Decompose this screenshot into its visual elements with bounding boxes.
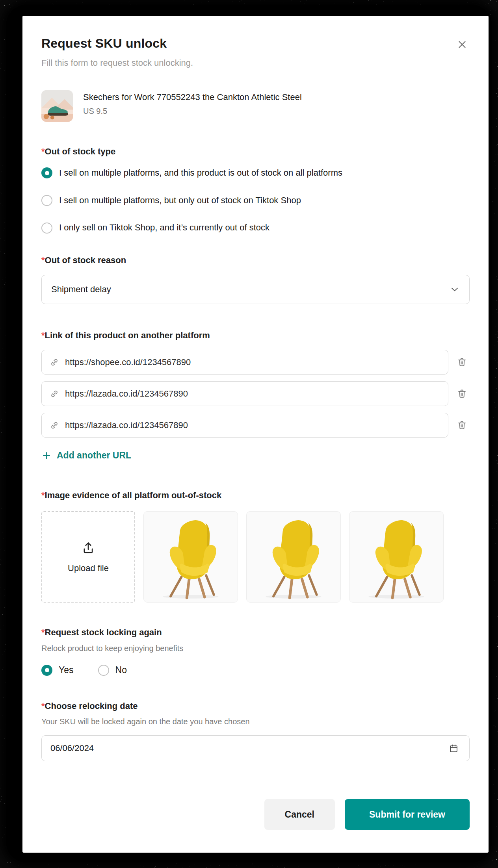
request-sku-unlock-dialog: Request SKU unlock Fill this form to req… [22, 16, 489, 853]
product-links-label: *Link of this product on another platfor… [41, 330, 470, 341]
oos-type-option-only-sell-tiktok[interactable]: I only sell on Tiktok Shop, and it’s cur… [41, 222, 470, 234]
product-variant: US 9.5 [83, 107, 302, 116]
evidence-image-3[interactable] [349, 511, 444, 603]
link-icon [50, 421, 59, 430]
upload-file-label: Upload file [68, 563, 109, 573]
radio-icon[interactable] [41, 167, 52, 178]
radio-icon[interactable] [41, 223, 52, 234]
evidence-tiles: Upload file [41, 511, 470, 603]
relock-option-yes[interactable]: Yes [41, 664, 74, 676]
out-of-stock-reason-label: *Out of stock reason [41, 255, 470, 266]
oos-type-option-only-tiktok[interactable]: I sell on multiple platforms, but only o… [41, 195, 470, 206]
dialog-subtitle: Fill this form to request stock unlockin… [41, 57, 470, 69]
plus-icon [41, 451, 52, 461]
add-another-url-button[interactable]: Add another URL [41, 450, 131, 461]
trash-icon[interactable] [454, 417, 470, 433]
selected-reason-value: Shipment delay [51, 284, 111, 295]
url-input-wrapper [41, 350, 448, 375]
trash-icon[interactable] [454, 386, 470, 401]
url-input-wrapper [41, 381, 448, 406]
product-summary: Skechers for Work 770552243 the Cankton … [41, 90, 470, 122]
submit-for-review-button[interactable]: Submit for review [345, 799, 470, 830]
relock-date-label: *Choose relocking date [41, 701, 470, 712]
out-of-stock-type-group: I sell on multiple platforms, and this p… [41, 167, 470, 234]
dialog-actions: Cancel Submit for review [41, 799, 470, 830]
upload-icon [81, 540, 96, 555]
radio-icon[interactable] [41, 195, 52, 206]
relock-date-input-wrapper [41, 735, 470, 761]
relock-option-no[interactable]: No [98, 664, 127, 676]
product-name: Skechers for Work 770552243 the Cankton … [83, 92, 302, 103]
close-icon[interactable] [455, 37, 470, 52]
relock-label: *Request stock locking again [41, 627, 470, 638]
trash-icon[interactable] [454, 354, 470, 370]
screenshot-stage: Request SKU unlock Fill this form to req… [0, 0, 498, 868]
url-row [41, 381, 470, 406]
upload-file-dropzone[interactable]: Upload file [41, 511, 135, 603]
relock-date-input[interactable] [50, 743, 447, 753]
cancel-button[interactable]: Cancel [264, 799, 335, 830]
calendar-icon[interactable] [447, 742, 461, 755]
radio-icon[interactable] [98, 665, 109, 676]
relock-date-helper: Your SKU will be locked again on the dat… [41, 716, 470, 727]
chevron-down-icon [450, 284, 460, 295]
image-evidence-label: *Image evidence of all platform out-of-s… [41, 490, 470, 501]
url-input[interactable] [65, 420, 440, 430]
out-of-stock-type-label: *Out of stock type [41, 146, 470, 158]
url-row [41, 350, 470, 375]
out-of-stock-reason-select[interactable]: Shipment delay [41, 275, 470, 304]
relock-radio-group: Yes No [41, 664, 470, 676]
url-row [41, 413, 470, 438]
radio-icon[interactable] [41, 665, 52, 676]
product-thumbnail [41, 90, 73, 122]
oos-type-option-all-platforms[interactable]: I sell on multiple platforms, and this p… [41, 167, 470, 179]
url-input-wrapper [41, 413, 448, 438]
evidence-image-2[interactable] [246, 511, 341, 603]
dialog-title: Request SKU unlock [41, 35, 167, 51]
evidence-image-1[interactable] [143, 511, 238, 603]
link-icon [50, 358, 59, 367]
link-icon [50, 389, 59, 399]
url-input[interactable] [65, 389, 440, 399]
relock-helper: Relock product to keep enjoying benefits [41, 643, 470, 653]
url-input[interactable] [65, 357, 440, 367]
url-list [41, 350, 470, 438]
